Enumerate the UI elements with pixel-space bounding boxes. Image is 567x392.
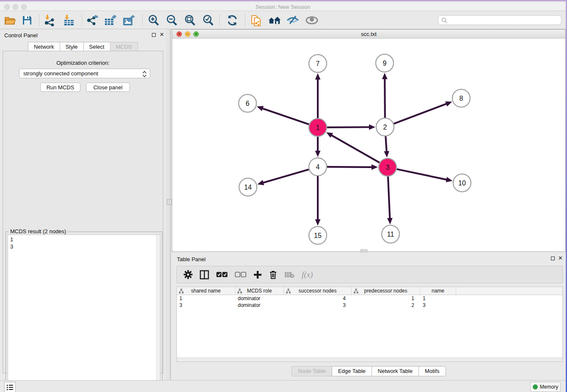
memory-label: Memory [540,384,558,390]
mcds-result-group: MCDS result (2 nodes) 13 [6,232,162,392]
splitter-grip[interactable] [361,249,367,252]
edge-3-11[interactable] [388,177,390,219]
table-row[interactable]: 3dominator323 [177,302,562,309]
gear-icon[interactable] [184,270,193,279]
edge-4-3[interactable] [327,167,372,167]
arrowhead-icon [446,177,452,182]
node-label: 10 [458,179,466,187]
export-network-icon[interactable] [86,14,99,27]
memory-button[interactable]: Memory [530,382,561,392]
first-neighbors-icon[interactable] [268,14,281,27]
refresh-icon[interactable] [226,14,239,27]
tab-edge-table[interactable]: Edge Table [332,366,372,376]
zoom-fit-icon[interactable] [184,14,196,27]
columns-icon[interactable] [200,270,209,279]
close-panel-icon[interactable]: ✕ [160,31,164,38]
node-label: 14 [244,184,252,191]
edge-1-2[interactable] [327,127,370,127]
edge-4-14[interactable] [263,169,309,183]
close-panel-button[interactable]: Close panel [86,83,130,92]
arrowhead-icon [445,101,452,106]
edge-2-3[interactable] [385,136,386,152]
hide-selected-icon[interactable] [286,14,299,27]
zoom-selected-icon[interactable] [202,14,215,27]
network-window-titlebar[interactable]: × − + scc.txt [172,30,565,39]
table-toolbar: f(x) [176,266,563,283]
table-cell: dominator [235,295,284,302]
zoom-in-icon[interactable] [147,14,160,27]
new-network-from-selection-icon[interactable] [250,14,262,27]
arrowhead-icon [315,219,321,226]
delete-icon[interactable] [269,270,277,279]
function-builder-icon[interactable]: f(x) [302,270,313,279]
tab-node-table[interactable]: Node Table [292,366,332,376]
node-label: 1 [316,124,320,131]
edge-3-1[interactable] [331,135,380,163]
optimization-criterion-select[interactable]: strongly connected component [19,69,150,78]
horizontal-scrollbar[interactable] [177,357,562,362]
arrowhead-icon [257,180,264,185]
close-panel-icon[interactable]: ✕ [558,255,563,261]
app-window: Session: New Session [0,0,566,392]
table-panel-title: Table Panel [177,256,206,262]
run-mcds-button[interactable]: Run MCDS [40,83,80,92]
edge-2-8[interactable] [394,104,447,124]
select-stepper-icon [142,71,147,77]
splitter-grip[interactable] [167,199,172,205]
export-image-icon[interactable] [123,14,135,27]
hierarchy-icon [237,289,242,293]
network-canvas[interactable]: 7968124314101511 [172,39,565,251]
node-label: 3 [386,164,390,171]
tab-motifs[interactable]: Motifs [418,366,446,376]
node-label: 6 [246,100,250,107]
float-window-icon[interactable] [152,33,156,37]
column-header-name[interactable]: name [420,287,456,295]
import-table-icon[interactable] [63,14,75,27]
search-input[interactable] [438,15,561,25]
edge-3-10[interactable] [397,169,447,180]
control-panel-header: Control Panel ✕ [0,29,166,41]
result-line: 3 [10,243,13,250]
import-network-icon[interactable] [43,14,56,27]
column-label: name [432,288,444,294]
deselect-all-icon[interactable] [235,272,246,277]
open-folder-icon[interactable] [4,14,17,27]
arrowhead-icon [372,164,378,170]
edge-1-6[interactable] [262,108,309,124]
node-table[interactable]: shared nameMCDS rolesuccessor nodesprede… [176,287,563,362]
column-header-MCDS-role[interactable]: MCDS role [235,287,284,295]
toolbar-separator [245,14,245,26]
column-header-shared-name[interactable]: shared name [177,287,235,295]
zoom-out-icon[interactable] [165,14,178,27]
export-table-icon[interactable] [104,14,117,27]
table-cell: 3 [177,302,235,309]
status-bar: Memory [0,380,566,392]
table-row[interactable]: 1dominator411 [177,295,562,302]
select-all-icon[interactable] [216,272,228,277]
table-body: 1dominator4113dominator323 [177,295,562,309]
network-graph[interactable]: 7968124314101511 [172,39,565,251]
table-cell: 1 [420,295,456,302]
result-line: 1 [10,236,13,243]
scrollbar[interactable] [156,235,160,392]
main-toolbar [0,11,566,29]
mcds-result-textarea[interactable]: 13 [8,235,160,392]
column-label: MCDS role [247,288,272,294]
edge-2-9[interactable] [385,78,385,118]
hierarchy-icon [286,289,291,293]
show-all-icon[interactable] [306,14,318,27]
column-header-predecessor-nodes[interactable]: predecessor nodes [352,287,420,295]
save-icon[interactable] [21,14,33,27]
float-window-icon[interactable] [551,257,555,260]
toolbar-separator [82,14,82,26]
table-cell: 4 [284,295,352,302]
column-header-successor-nodes[interactable]: successor nodes [284,287,352,295]
table-cell: 3 [420,302,456,309]
task-history-button[interactable] [4,382,16,392]
add-icon[interactable] [253,271,262,279]
node-label: 7 [316,60,320,67]
tab-network-table[interactable]: Network Table [372,366,419,376]
toolbar-separator [39,14,39,26]
delete-table-icon[interactable] [284,271,295,278]
optimization-criterion-label: Optimization criterion: [3,60,163,66]
